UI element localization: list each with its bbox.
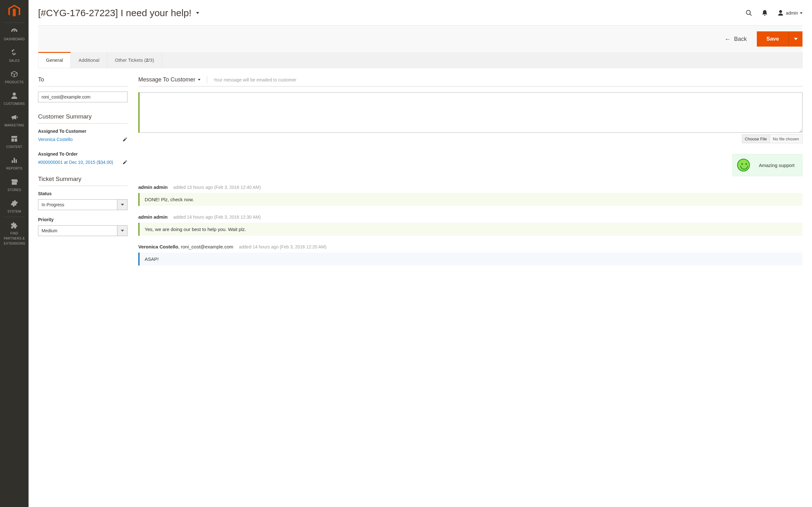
- puzzle-icon: [10, 222, 19, 229]
- customer-summary-heading: Customer Summary: [38, 113, 128, 124]
- pencil-icon[interactable]: [122, 137, 128, 142]
- message-hint: Your message will be emailed to customer: [207, 77, 297, 82]
- choose-file-button[interactable]: Choose File: [742, 135, 769, 143]
- user-name: admin: [786, 10, 798, 15]
- left-panel: To Customer Summary Assigned To Customer…: [38, 76, 128, 266]
- message-author: Veronica Costello, roni_cost@example.com: [138, 244, 234, 249]
- message-meta: admin admin added 13 hours ago (Feb 3, 2…: [138, 184, 803, 190]
- to-input[interactable]: [38, 92, 128, 102]
- tab-other-suffix: /3): [148, 57, 154, 63]
- tabs: General Additional Other Tickets (2/3): [38, 52, 803, 68]
- right-panel: Message To Customer Your message will be…: [138, 76, 803, 266]
- nav-content[interactable]: CONTENT: [0, 130, 29, 152]
- assigned-order-link[interactable]: #000000001 at Dec 10, 2015 ($34.00): [38, 160, 113, 165]
- nav-label: DASHBOARD: [4, 38, 25, 41]
- status-select[interactable]: In Progress: [38, 199, 128, 210]
- message-item: admin admin added 13 hours ago (Feb 3, 2…: [138, 184, 803, 206]
- save-button[interactable]: Save: [757, 32, 789, 47]
- message-body: Yes, we are doing our best to help you. …: [138, 223, 803, 236]
- assigned-order-row: #000000001 at Dec 10, 2015 ($34.00): [38, 160, 128, 165]
- assigned-customer-label: Assigned To Customer: [38, 129, 128, 134]
- author-name: Veronica Costello: [138, 244, 178, 249]
- message-textarea[interactable]: [138, 92, 803, 133]
- tab-other-count: 2: [146, 57, 148, 63]
- title-dropdown-caret[interactable]: [196, 12, 199, 14]
- chevron-down-icon: [117, 226, 127, 236]
- main: [#CYG-176-27223] I need your help! admin…: [29, 0, 812, 266]
- nav-products[interactable]: PRODUCTS: [0, 66, 29, 88]
- nav-stores[interactable]: STORES: [0, 174, 29, 195]
- dollar-icon: [10, 49, 19, 56]
- tab-general[interactable]: General: [38, 52, 71, 68]
- message-type-label: Message To Customer: [138, 76, 195, 83]
- nav-label: MARKETING: [4, 124, 24, 127]
- nav-label: REPORTS: [6, 167, 22, 170]
- save-dropdown-button[interactable]: [789, 32, 803, 47]
- message-author: admin admin: [138, 184, 168, 190]
- search-icon[interactable]: [745, 9, 752, 16]
- nav-dashboard[interactable]: DASHBOARD: [0, 23, 29, 44]
- message-head: Message To Customer Your message will be…: [138, 76, 803, 87]
- nav-reports[interactable]: REPORTS: [0, 152, 29, 174]
- bell-icon[interactable]: [761, 9, 768, 16]
- logo[interactable]: [4, 0, 25, 23]
- message-type-dropdown[interactable]: Message To Customer: [138, 76, 207, 83]
- header-actions: admin: [745, 9, 803, 16]
- user-menu[interactable]: admin: [777, 9, 803, 16]
- file-chooser[interactable]: Choose File No file chosen: [742, 134, 803, 143]
- magento-logo-icon: [8, 5, 20, 18]
- message-meta: admin admin added 14 hours ago (Feb 3, 2…: [138, 214, 803, 220]
- layout-icon: [10, 135, 19, 143]
- page-title: [#CYG-176-27223] I need your help!: [38, 8, 192, 18]
- nav-label: SALES: [9, 59, 20, 62]
- smiley-icon: [737, 159, 750, 171]
- tab-additional[interactable]: Additional: [71, 52, 107, 68]
- assigned-order-label: Assigned To Order: [38, 152, 128, 157]
- nav-marketing[interactable]: MARKETING: [0, 109, 29, 130]
- save-button-group: Save: [757, 32, 803, 47]
- back-button[interactable]: ← Back: [723, 36, 748, 43]
- message-body: ASAP!: [138, 252, 803, 266]
- assigned-customer-link[interactable]: Veronica Costello: [38, 137, 72, 142]
- to-heading: To: [38, 76, 128, 87]
- message-time: added 14 hours ago (Feb 3, 2016 12:30 AM…: [173, 215, 261, 220]
- file-row: Choose File No file chosen: [138, 134, 803, 143]
- gauge-icon: [10, 27, 19, 35]
- nav-label: CONTENT: [6, 145, 22, 149]
- person-icon: [10, 92, 19, 100]
- admin-sidebar: DASHBOARD SALES PRODUCTS CUSTOMERS MARKE…: [0, 0, 29, 266]
- megaphone-icon: [10, 113, 19, 121]
- file-chosen-text: No file chosen: [770, 136, 802, 141]
- nav-partners[interactable]: FIND PARTNERS & EXTENSIONS: [4, 217, 25, 249]
- nav-customers[interactable]: CUSTOMERS: [0, 88, 29, 109]
- tab-other-prefix: Other Tickets (: [115, 57, 146, 63]
- message-time: added 13 hours ago (Feb 3, 2016 12:40 AM…: [173, 185, 261, 190]
- arrow-left-icon: ←: [724, 36, 731, 43]
- message-body: DONE! Plz, check now.: [138, 193, 803, 206]
- author-email: , roni_cost@example.com: [178, 244, 234, 249]
- rating-card: Amazing support: [732, 154, 803, 176]
- pencil-icon[interactable]: [122, 160, 128, 165]
- storefront-icon: [10, 178, 19, 186]
- box-icon: [10, 70, 19, 78]
- priority-label: Priority: [38, 217, 128, 222]
- ticket-summary-heading: Ticket Summary: [38, 176, 128, 186]
- priority-value: Medium: [38, 226, 117, 236]
- tab-other-tickets[interactable]: Other Tickets (2/3): [107, 52, 162, 68]
- action-toolbar: ← Back Save: [38, 25, 803, 52]
- nav-sales[interactable]: SALES: [0, 44, 29, 66]
- page-title-wrap: [#CYG-176-27223] I need your help!: [38, 8, 199, 18]
- chevron-down-icon: [198, 79, 200, 80]
- rating-text: Amazing support: [759, 163, 795, 168]
- content: To Customer Summary Assigned To Customer…: [38, 76, 803, 266]
- status-value: In Progress: [38, 200, 117, 210]
- nav-label: CUSTOMERS: [4, 102, 25, 106]
- nav-label: STORES: [8, 188, 21, 192]
- gear-icon: [10, 200, 19, 207]
- bars-icon: [10, 157, 19, 164]
- priority-select[interactable]: Medium: [38, 225, 128, 236]
- assigned-customer-row: Veronica Costello: [38, 137, 128, 142]
- page-header: [#CYG-176-27223] I need your help! admin: [29, 0, 812, 21]
- nav-system[interactable]: SYSTEM: [0, 195, 29, 217]
- message-author: admin admin: [138, 214, 168, 220]
